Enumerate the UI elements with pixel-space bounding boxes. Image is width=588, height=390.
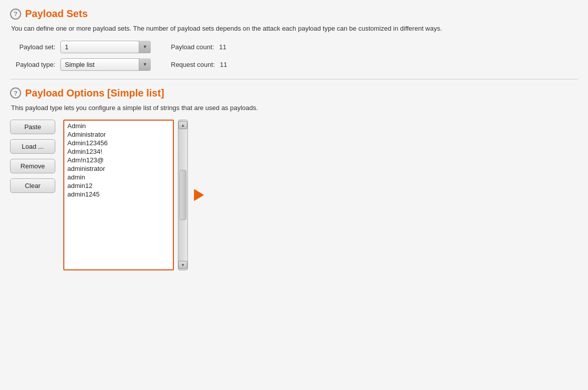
payload-set-select[interactable]: 1 2 3 xyxy=(60,41,151,53)
right-arrow-icon xyxy=(194,189,204,201)
payload-count-value: 11 xyxy=(219,43,226,51)
main-container: ? Payload Sets You can define one or mor… xyxy=(0,0,588,390)
payload-options-area: Paste Load ... Remove Clear AdminAdminis… xyxy=(10,120,578,270)
payload-type-select-wrapper: Simple list Runtime file Custom iterator… xyxy=(60,58,151,71)
payload-type-label: Payload type: xyxy=(10,61,55,68)
payload-sets-title: Payload Sets xyxy=(25,8,88,20)
payload-options-title: Payload Options [Simple list] xyxy=(25,87,164,99)
request-count-value: 11 xyxy=(220,61,227,68)
payload-set-row: Payload set: 1 2 3 Payload count: 11 xyxy=(10,41,578,53)
payload-type-row: Payload type: Simple list Runtime file C… xyxy=(10,58,578,71)
action-buttons: Paste Load ... Remove Clear xyxy=(10,120,55,193)
load-button[interactable]: Load ... xyxy=(10,139,55,154)
scrollbar: ▲ ▼ xyxy=(178,120,188,270)
payload-count-label: Payload count: xyxy=(171,43,214,51)
section-divider xyxy=(10,79,578,79)
list-wrapper: AdminAdministratorAdmin123456Admin1234!A… xyxy=(63,120,204,270)
payload-options-description: This payload type lets you configure a s… xyxy=(11,103,578,113)
payload-type-select[interactable]: Simple list Runtime file Custom iterator… xyxy=(60,58,151,71)
remove-button[interactable]: Remove xyxy=(10,159,55,173)
payload-list[interactable]: AdminAdministratorAdmin123456Admin1234!A… xyxy=(63,120,174,270)
scroll-thumb[interactable] xyxy=(179,170,186,220)
help-icon-2[interactable]: ? xyxy=(10,87,21,99)
paste-button[interactable]: Paste xyxy=(10,120,55,134)
request-count-label: Request count: xyxy=(171,61,215,68)
payload-sets-section: ? Payload Sets You can define one or mor… xyxy=(10,8,578,71)
payload-set-label: Payload set: xyxy=(10,43,55,51)
payload-options-header: ? Payload Options [Simple list] xyxy=(10,87,578,99)
help-icon[interactable]: ? xyxy=(10,9,21,20)
payload-sets-description: You can define one or more payload sets.… xyxy=(11,24,578,34)
payload-set-select-wrapper: 1 2 3 xyxy=(60,41,151,53)
clear-button[interactable]: Clear xyxy=(10,178,55,193)
payload-options-section: ? Payload Options [Simple list] This pay… xyxy=(10,87,578,271)
payload-sets-header: ? Payload Sets xyxy=(10,8,578,20)
scroll-down-button[interactable]: ▼ xyxy=(178,261,187,269)
scroll-up-button[interactable]: ▲ xyxy=(178,121,187,129)
